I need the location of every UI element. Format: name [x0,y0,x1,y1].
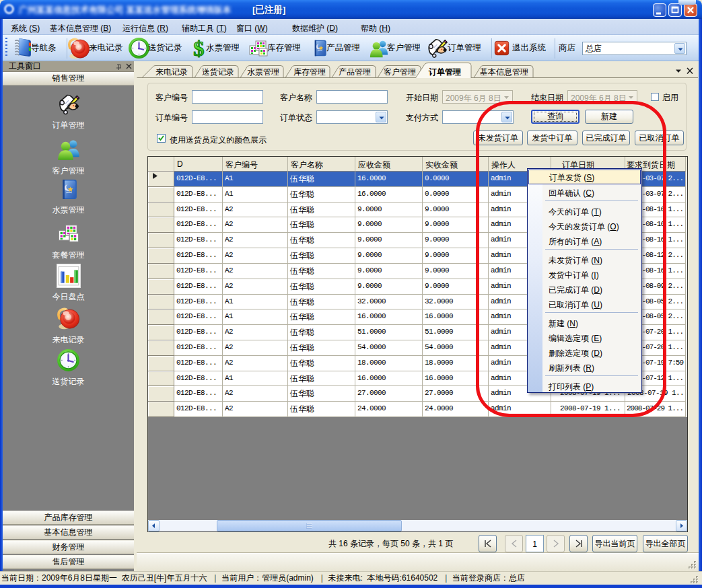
svg-text:来电记录: 来电记录 [155,67,188,77]
svg-text:客户管理: 客户管理 [384,67,416,77]
svg-text:产品管理: 产品管理 [339,67,371,77]
svg-text:送货记录: 送货记录 [202,67,234,77]
svg-text:库存管理: 库存管理 [293,67,326,77]
svg-text:水票管理: 水票管理 [247,67,279,77]
svg-text:订单管理: 订单管理 [428,67,461,77]
svg-text:基本信息管理: 基本信息管理 [480,67,528,77]
